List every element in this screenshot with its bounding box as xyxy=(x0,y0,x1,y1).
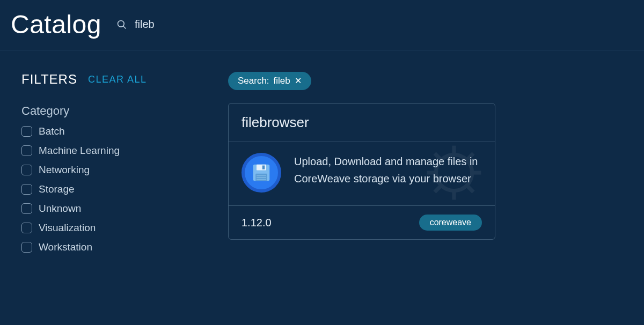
category-label: Batch xyxy=(39,125,65,137)
category-item-unknown[interactable]: Unknown xyxy=(21,203,207,215)
category-list: Batch Machine Learning Networking Storag… xyxy=(21,125,207,253)
close-icon[interactable]: ✕ xyxy=(295,77,302,85)
page-title: Catalog xyxy=(11,10,101,39)
checkbox[interactable] xyxy=(21,242,32,253)
chip-row: Search: fileb ✕ xyxy=(228,72,628,90)
category-label: Storage xyxy=(39,183,75,195)
card-body: Upload, Download and manage files in Cor… xyxy=(229,142,495,206)
search-input[interactable] xyxy=(135,18,242,31)
checkbox[interactable] xyxy=(21,165,32,175)
checkbox[interactable] xyxy=(21,223,32,233)
category-section-label: Category xyxy=(21,104,207,118)
svg-rect-15 xyxy=(257,175,266,176)
svg-rect-16 xyxy=(257,177,266,178)
card-description: Upload, Download and manage files in Cor… xyxy=(294,153,482,187)
category-item-batch[interactable]: Batch xyxy=(21,125,207,137)
checkbox[interactable] xyxy=(21,126,32,137)
search-wrap xyxy=(116,18,242,31)
svg-point-0 xyxy=(118,20,124,27)
svg-rect-13 xyxy=(262,166,265,169)
card-header: filebrowser xyxy=(229,104,495,142)
category-item-networking[interactable]: Networking xyxy=(21,164,207,176)
category-item-workstation[interactable]: Workstation xyxy=(21,241,207,253)
card-version: 1.12.0 xyxy=(241,217,272,229)
results-area: Search: fileb ✕ filebrowser xyxy=(228,72,628,253)
category-item-visualization[interactable]: Visualization xyxy=(21,222,207,234)
category-item-storage[interactable]: Storage xyxy=(21,183,207,195)
content: FILTERS CLEAR ALL Category Batch Machine… xyxy=(0,50,644,253)
card-footer: 1.12.0 coreweave xyxy=(229,206,495,239)
category-label: Machine Learning xyxy=(39,145,120,157)
category-label: Visualization xyxy=(39,222,96,234)
category-label: Unknown xyxy=(39,203,81,215)
search-icon xyxy=(116,19,127,30)
search-chip[interactable]: Search: fileb ✕ xyxy=(228,72,311,90)
checkbox[interactable] xyxy=(21,145,32,156)
category-label: Networking xyxy=(39,164,90,176)
svg-rect-17 xyxy=(257,179,266,180)
app-card-filebrowser[interactable]: filebrowser xyxy=(228,103,495,240)
filters-sidebar: FILTERS CLEAR ALL Category Batch Machine… xyxy=(21,72,207,253)
card-publisher-tag[interactable]: coreweave xyxy=(419,215,482,231)
svg-line-1 xyxy=(123,26,126,28)
filters-label: FILTERS xyxy=(21,72,77,87)
filters-header: FILTERS CLEAR ALL xyxy=(21,72,207,87)
chip-value: fileb xyxy=(274,76,290,86)
clear-all-button[interactable]: CLEAR ALL xyxy=(88,74,147,85)
chip-prefix: Search: xyxy=(238,76,269,86)
category-label: Workstation xyxy=(39,241,92,253)
floppy-disk-icon xyxy=(241,153,281,193)
checkbox[interactable] xyxy=(21,203,32,214)
checkbox[interactable] xyxy=(21,184,32,195)
category-item-machine-learning[interactable]: Machine Learning xyxy=(21,145,207,157)
card-title: filebrowser xyxy=(241,114,482,131)
topbar: Catalog xyxy=(0,0,644,50)
